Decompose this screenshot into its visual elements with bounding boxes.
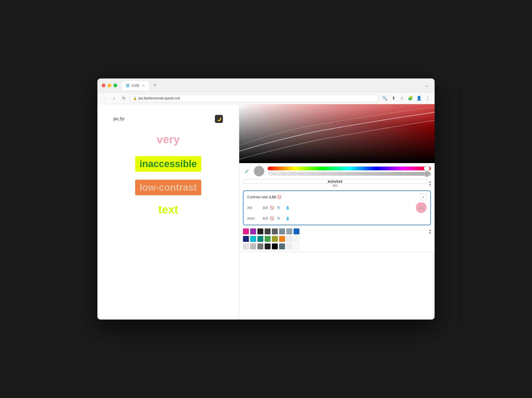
hex-input[interactable] — [243, 179, 427, 184]
swatch-row-2 — [243, 236, 431, 242]
aaa-row: AAA: 4.5 🚫 ↻ 💧 — [247, 215, 427, 222]
tab-menu-button[interactable]: ⌄ — [423, 82, 430, 89]
aaa-fail-icon: 🚫 — [270, 216, 274, 220]
webpage-content: jec.fyi 🌙 very inaccessible low-contrast… — [97, 104, 239, 320]
swatch-scroll-arrows[interactable]: ▲▼ — [429, 228, 431, 234]
demo-text: text — [113, 203, 223, 216]
hex-label: HEX — [243, 184, 427, 187]
aa-value: 3.0 — [263, 206, 268, 210]
profile-icon[interactable]: 👤 — [415, 95, 423, 102]
picker-controls: 💉 — [239, 163, 435, 179]
devtools-panel: ↖ ⬚ ⚙ ⋮ ✕ — [239, 104, 435, 320]
aa-eyedropper[interactable]: 💧 — [284, 204, 291, 211]
swatch-darkgray3[interactable] — [265, 243, 271, 249]
close-button[interactable] — [102, 84, 105, 87]
titlebar: 🌐 CVD × + ⌄ — [97, 78, 435, 92]
menu-button[interactable]: ⋮ — [424, 95, 431, 102]
aa-preview: Aa — [416, 202, 427, 213]
aa-label: AA: — [247, 206, 261, 210]
contrast-ratio-value: 1.52 — [269, 195, 276, 199]
aaa-label: AAA: — [247, 216, 261, 220]
url-text: jec.fyi/demo/cds-quest-cvd — [139, 96, 375, 100]
aaa-eyedropper[interactable]: 💧 — [284, 215, 291, 222]
swatch-lightbluegray[interactable] — [286, 228, 292, 234]
hex-group: HEX — [243, 179, 427, 187]
contrast-fail-icon: 🚫 — [277, 195, 281, 199]
demo-inaccessible: inaccessible — [113, 156, 223, 172]
dark-mode-toggle[interactable]: 🌙 — [215, 115, 223, 123]
eyedropper-button[interactable]: 💉 — [243, 167, 250, 175]
aa-row: AA: 3.0 🚫 ↻ 💧 Aa — [247, 202, 427, 213]
site-title: jec.fyi — [113, 117, 124, 121]
share-button[interactable]: ⬆ — [390, 95, 397, 102]
tab-cvd[interactable]: 🌐 CVD × — [121, 81, 150, 90]
swatch-gray4[interactable] — [257, 243, 263, 249]
swatch-black[interactable] — [272, 243, 278, 249]
minimize-button[interactable] — [108, 84, 111, 87]
swatch-lightgray1[interactable] — [286, 236, 292, 242]
tab-close-button[interactable]: × — [141, 83, 146, 88]
swatch-slategray[interactable] — [279, 243, 285, 249]
inaccessible-text: inaccessible — [135, 156, 201, 172]
swatch-white[interactable] — [294, 243, 299, 249]
swatch-purple[interactable] — [250, 228, 256, 234]
swatch-darkgray2[interactable] — [265, 228, 271, 234]
low-contrast-text: low-contrast — [135, 180, 201, 195]
extensions-button[interactable]: 🧩 — [407, 95, 414, 102]
swatch-lightgray2[interactable] — [294, 236, 299, 242]
swatch-amber[interactable] — [279, 236, 285, 242]
aa-fail-icon: 🚫 — [270, 206, 274, 210]
forward-button[interactable]: › — [110, 95, 118, 102]
address-bar: ‹ › ↻ 🔒 jec.fyi/demo/cds-quest-cvd 🔍 ⬆ ☆… — [97, 92, 435, 104]
swatch-offwhite[interactable] — [286, 243, 292, 249]
swatch-blue[interactable] — [294, 228, 299, 234]
color-picker: 💉 HEX ▲▼ — [239, 104, 435, 252]
contrast-ratio-panel: Contrast ratio 1.52 🚫 ∧ AA: 3.0 🚫 ↻ 💧 A — [243, 190, 431, 225]
color-gradient-canvas[interactable] — [239, 104, 435, 163]
aa-fix-button[interactable]: ↻ — [276, 205, 282, 210]
lock-icon: 🔒 — [133, 96, 137, 100]
tab-label: CVD — [132, 84, 139, 88]
site-header: jec.fyi 🌙 — [113, 115, 223, 123]
swatch-darkblue[interactable] — [243, 236, 249, 242]
contrast-header: Contrast ratio 1.52 🚫 ∧ — [247, 194, 427, 200]
swatch-gray2[interactable] — [243, 243, 249, 249]
back-button[interactable]: ‹ — [101, 95, 108, 102]
swatch-gray3[interactable] — [250, 243, 256, 249]
format-switcher[interactable]: ▲▼ — [429, 180, 431, 186]
browser-toolbar: 🔍 ⬆ ☆ 🧩 👤 ⋮ — [381, 95, 431, 102]
swatch-olive[interactable] — [272, 236, 278, 242]
refresh-button[interactable]: ↻ — [120, 95, 127, 102]
color-sliders — [268, 167, 431, 176]
demo-very: very — [113, 131, 223, 148]
new-tab-button[interactable]: + — [151, 81, 159, 89]
swatch-pink[interactable] — [243, 228, 249, 234]
swatch-bluegray[interactable] — [279, 228, 285, 234]
color-swatches: ▲▼ — [239, 226, 435, 251]
contrast-rows: AA: 3.0 🚫 ↻ 💧 Aa AAA: 4.5 🚫 ↻ � — [247, 202, 427, 222]
swatch-row-1: ▲▼ — [243, 228, 431, 234]
color-preview-circle — [254, 166, 264, 177]
tab-favicon: 🌐 — [126, 83, 130, 88]
curve-lines — [239, 104, 435, 163]
browser-window: 🌐 CVD × + ⌄ ‹ › ↻ 🔒 jec.fyi/demo/cds-que… — [97, 78, 435, 320]
alpha-slider[interactable] — [268, 172, 431, 176]
very-text: very — [152, 131, 184, 148]
tab-bar: 🌐 CVD × + ⌄ — [121, 81, 430, 90]
bookmark-button[interactable]: ☆ — [398, 95, 406, 102]
swatch-green[interactable] — [265, 236, 271, 242]
hex-row: HEX ▲▼ — [239, 179, 435, 189]
swatch-teal[interactable] — [257, 236, 263, 242]
url-bar[interactable]: 🔒 jec.fyi/demo/cds-quest-cvd — [130, 94, 379, 102]
swatch-cyan[interactable] — [250, 236, 256, 242]
demo-low-contrast: low-contrast — [113, 180, 223, 195]
hue-slider[interactable] — [268, 167, 431, 170]
contrast-title: Contrast ratio 1.52 🚫 — [247, 195, 281, 199]
swatch-darkgray1[interactable] — [257, 228, 263, 234]
content-area: jec.fyi 🌙 very inaccessible low-contrast… — [97, 104, 435, 320]
search-button[interactable]: 🔍 — [381, 95, 389, 102]
swatch-gray1[interactable] — [272, 228, 278, 234]
contrast-collapse-button[interactable]: ∧ — [420, 194, 427, 200]
maximize-button[interactable] — [113, 84, 117, 87]
aaa-fix-button[interactable]: ↻ — [276, 216, 282, 221]
